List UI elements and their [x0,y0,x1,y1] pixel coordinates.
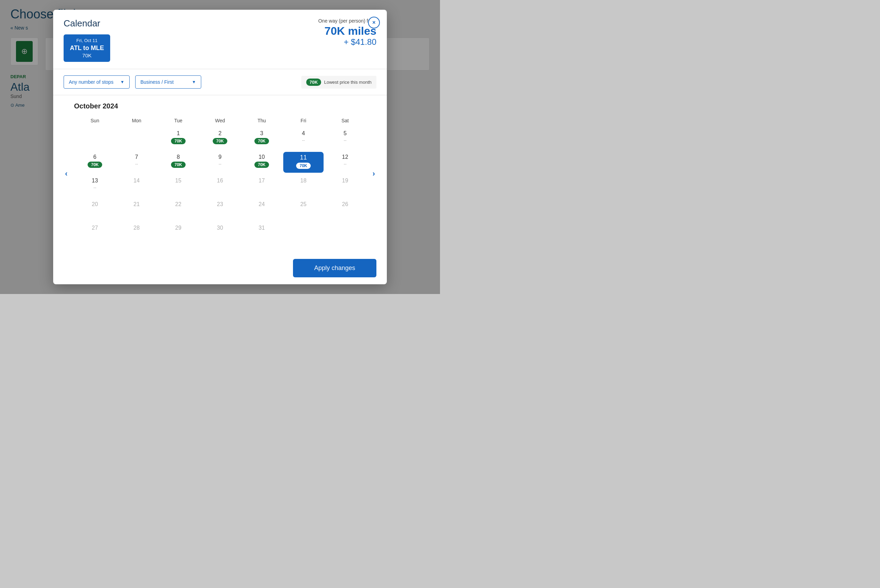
day-number: 16 [217,178,223,184]
next-month-button[interactable]: › [373,169,375,178]
day-cell[interactable]: 5-- [325,128,365,149]
day-cell[interactable]: 24 [241,199,282,220]
table-row: 23 [199,198,241,221]
day-cell[interactable]: 27 [75,223,115,244]
day-price-pill: 70K [88,162,102,168]
day-price-pill: 70K [296,163,311,169]
day-cell[interactable]: 25 [283,199,324,220]
day-price-pill: 70K [171,138,186,144]
day-number: 13 [92,178,98,184]
table-row: 19 [324,174,366,198]
class-filter-text: Business / First [140,79,189,85]
table-row: 22 [157,198,199,221]
table-row: 170K [157,127,199,150]
day-price: -- [344,162,346,166]
day-cell[interactable]: 370K [241,128,282,149]
day-cell[interactable]: 21 [117,199,157,220]
day-cell[interactable]: 30 [200,223,240,244]
filters-row: Any number of stops ▼ Business / First ▼… [53,69,387,95]
day-number: 11 [300,154,307,161]
day-cell[interactable]: 670K [75,152,115,173]
table-row: 17 [241,174,283,198]
stops-filter[interactable]: Any number of stops ▼ [64,75,130,88]
lowest-price-badge: 70K [306,78,321,86]
table-row: 14 [116,174,157,198]
table-row: 1170K [283,150,324,174]
table-row [324,221,366,245]
weekday-header: Sat [324,116,366,127]
selected-date-card[interactable]: Fri, Oct 11 ATL to MLE 70K [64,34,110,62]
class-filter-arrow: ▼ [192,80,196,84]
day-cell[interactable]: 1170K [283,152,324,173]
day-number: 29 [175,225,181,231]
day-cell[interactable]: 18 [283,176,324,196]
day-cell[interactable]: 31 [241,223,282,244]
day-number: 10 [259,154,265,160]
table-row: 370K [241,127,283,150]
day-cell[interactable]: 26 [325,199,365,220]
day-cell[interactable]: 270K [200,128,240,149]
day-cell[interactable]: 1070K [241,152,282,173]
selected-date-miles: 70K [70,52,104,58]
day-cell[interactable]: 29 [158,223,198,244]
table-row: 20 [74,198,116,221]
modal-title: Calendar [64,18,110,29]
day-cell[interactable]: 28 [117,223,157,244]
modal-header: Calendar Fri, Oct 11 ATL to MLE 70K One … [53,10,387,69]
class-filter[interactable]: Business / First ▼ [135,75,201,88]
weekday-header: Sun [74,116,116,127]
table-row: 30 [199,221,241,245]
day-cell[interactable]: 870K [158,152,198,173]
lowest-price-label: Lowest price this month [324,80,372,85]
table-row: 5-- [324,127,366,150]
day-cell[interactable]: 15 [158,176,198,196]
day-cell[interactable]: 12-- [325,152,365,173]
selected-date-route: ATL to MLE [70,45,104,52]
day-number: 2 [219,130,222,136]
close-button[interactable]: × [368,16,380,28]
day-number: 5 [344,130,347,136]
table-row: 270K [199,127,241,150]
table-row: 870K [157,150,199,174]
day-number: 8 [177,154,180,160]
day-cell[interactable]: 14 [117,176,157,196]
day-number: 4 [302,130,305,136]
day-number: 9 [219,154,222,160]
day-price: -- [219,162,221,166]
table-row [116,127,157,150]
weekdays-row: SunMonTueWedThuFriSat [74,116,366,127]
day-price: -- [135,162,138,166]
weekday-header: Wed [199,116,241,127]
day-number: 1 [177,130,180,136]
day-cell[interactable]: 4-- [283,128,324,149]
day-cell[interactable]: 9-- [200,152,240,173]
stops-filter-text: Any number of stops [69,79,117,85]
lowest-price-section: 70K Lowest price this month [301,76,376,88]
day-cell[interactable]: 7-- [117,152,157,173]
table-row: 28 [116,221,157,245]
day-number: 30 [217,225,223,231]
table-row: 1070K [241,150,283,174]
calendar-header: SunMonTueWedThuFriSat [74,116,366,127]
price-miles: 70K miles [318,25,376,37]
table-row: 4-- [283,127,324,150]
table-row: 27 [74,221,116,245]
calendar-section: ‹ October 2024 SunMonTueWedThuFriSat 170… [53,95,387,252]
day-cell[interactable]: 23 [200,199,240,220]
calendar-grid: SunMonTueWedThuFriSat 170K270K370K4--5--… [74,116,366,245]
day-price-pill: 70K [171,162,186,168]
prev-month-button[interactable]: ‹ [65,169,67,178]
table-row: 29 [157,221,199,245]
day-cell[interactable]: 17 [241,176,282,196]
day-cell[interactable]: 16 [200,176,240,196]
table-row: 24 [241,198,283,221]
day-cell[interactable]: 22 [158,199,198,220]
table-row [74,127,116,150]
calendar-body: 170K270K370K4--5--670K7--870K9--1070K117… [74,127,366,245]
weekday-header: Tue [157,116,199,127]
day-cell[interactable]: 20 [75,199,115,220]
day-cell[interactable]: 19 [325,176,365,196]
apply-changes-button[interactable]: Apply changes [293,259,376,278]
day-cell[interactable]: 13-- [75,176,115,196]
day-cell[interactable]: 170K [158,128,198,149]
